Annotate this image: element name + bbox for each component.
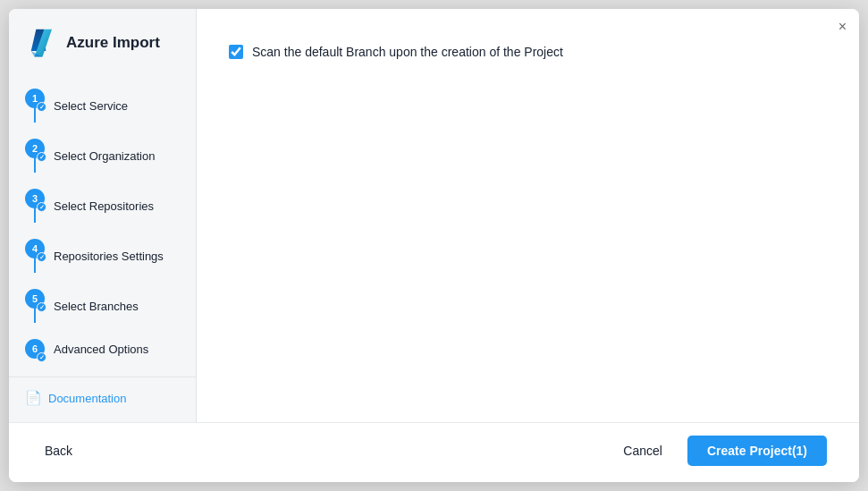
step-circle-wrap-5: 5	[25, 289, 45, 323]
step-connector-1	[34, 108, 36, 123]
step-number-6: 6	[32, 343, 38, 354]
step-connector-3	[34, 208, 36, 223]
back-button[interactable]: Back	[41, 436, 76, 465]
step-circle-5: 5	[25, 289, 45, 309]
azure-import-dialog: ×	[9, 9, 859, 482]
step-check-2	[37, 152, 46, 162]
step-label-4: Repositories Settings	[54, 250, 164, 263]
step-circle-1: 1	[25, 89, 45, 108]
step-circle-3: 3	[25, 189, 45, 208]
step-check-1	[37, 102, 46, 112]
step-check-3	[37, 202, 46, 212]
footer-left: Back	[41, 436, 76, 465]
step-circle-wrap-2: 2	[25, 139, 45, 173]
scan-branch-checkbox[interactable]	[229, 45, 243, 59]
step-number-3: 3	[32, 193, 38, 204]
step-circle-wrap-4: 4	[25, 239, 45, 273]
step-connector-2	[34, 158, 36, 173]
sidebar-header: Azure Import	[9, 27, 196, 80]
doc-icon: 📄	[25, 390, 42, 406]
close-button[interactable]: ×	[839, 20, 847, 34]
step-check-5	[37, 302, 46, 312]
dialog-body: Azure Import 1 Select Service	[9, 9, 859, 422]
step-circle-wrap-6: 6	[25, 339, 45, 359]
step-circle-6: 6	[25, 339, 45, 359]
step-circle-2: 2	[25, 139, 45, 158]
scan-branch-label: Scan the default Branch upon the creatio…	[252, 45, 563, 59]
step-label-6: Advanced Options	[54, 343, 148, 356]
main-content: Scan the default Branch upon the creatio…	[197, 9, 859, 422]
dialog-footer: Back Cancel Create Project(1)	[9, 422, 859, 482]
step-check-4	[37, 252, 46, 262]
step-label-5: Select Branches	[54, 300, 139, 313]
step-connector-5	[34, 309, 36, 323]
sidebar-footer: 📄 Documentation	[9, 377, 196, 422]
documentation-link[interactable]: 📄 Documentation	[25, 390, 180, 406]
step-label-1: Select Service	[54, 99, 128, 113]
sidebar-item-select-service[interactable]: 1 Select Service	[9, 80, 196, 131]
step-circle-4: 4	[25, 239, 45, 258]
scan-branch-row: Scan the default Branch upon the creatio…	[229, 45, 827, 59]
step-label-2: Select Organization	[54, 149, 155, 163]
content-area: Scan the default Branch upon the creatio…	[229, 41, 827, 422]
step-check-6	[37, 352, 46, 362]
step-number-1: 1	[32, 93, 38, 104]
step-number-4: 4	[32, 243, 38, 254]
azure-logo	[25, 27, 57, 59]
sidebar-item-select-organization[interactable]: 2 Select Organization	[9, 131, 196, 181]
sidebar-title: Azure Import	[66, 34, 160, 52]
footer-right: Cancel Create Project(1)	[612, 436, 827, 466]
step-number-2: 2	[32, 143, 38, 154]
create-project-button[interactable]: Create Project(1)	[687, 436, 827, 466]
sidebar-item-repositories-settings[interactable]: 4 Repositories Settings	[9, 231, 196, 281]
step-connector-4	[34, 258, 36, 273]
step-circle-wrap-3: 3	[25, 189, 45, 223]
step-circle-wrap-1: 1	[25, 89, 45, 123]
doc-link-label: Documentation	[48, 392, 126, 405]
steps-list: 1 Select Service 2	[9, 80, 196, 367]
sidebar-item-select-repositories[interactable]: 3 Select Repositories	[9, 181, 196, 231]
step-label-3: Select Repositories	[54, 199, 154, 213]
sidebar: Azure Import 1 Select Service	[9, 9, 197, 422]
cancel-button[interactable]: Cancel	[612, 436, 673, 465]
sidebar-item-select-branches[interactable]: 5 Select Branches	[9, 281, 196, 331]
sidebar-item-advanced-options[interactable]: 6 Advanced Options	[9, 331, 196, 367]
step-number-5: 5	[32, 293, 38, 304]
